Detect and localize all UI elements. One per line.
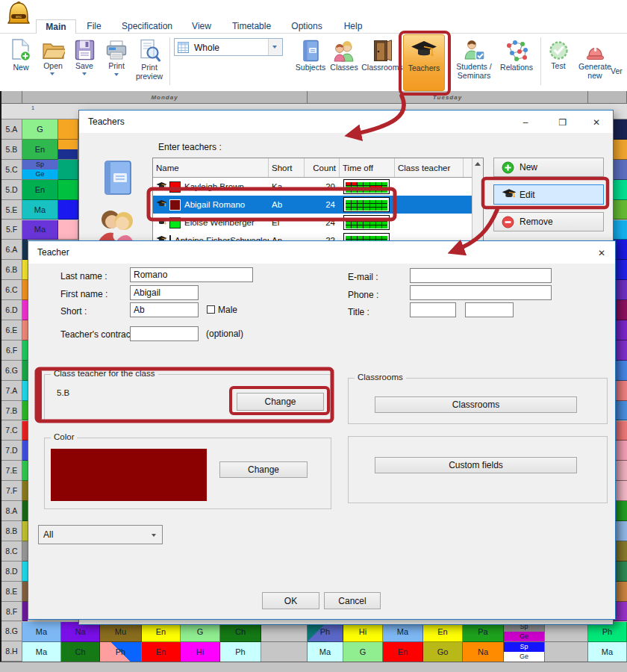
time-off-grid[interactable] (343, 179, 390, 194)
subjects-button[interactable]: Subjects (294, 40, 327, 72)
ok-button[interactable]: OK (262, 592, 319, 609)
teacher-row[interactable]: Kayleigh BrownKa20 (153, 178, 483, 196)
timetable-cell-fragment[interactable] (22, 401, 28, 421)
timetable-cell[interactable]: Ma (22, 622, 61, 642)
timetable-cell-fragment[interactable] (614, 220, 627, 240)
contract-input[interactable] (130, 326, 199, 341)
teachers-dialog-titlebar[interactable]: Teachers – ❒ ✕ (79, 111, 613, 133)
timetable-cell[interactable]: Ch (61, 642, 100, 662)
tab-timetable[interactable]: Timetable (224, 19, 279, 34)
timetable-cell[interactable]: Ma (588, 642, 627, 662)
timetable-cell-fragment[interactable] (22, 421, 28, 441)
classrooms-button[interactable]: Classrooms (375, 396, 577, 413)
test-button[interactable]: Test (544, 40, 573, 71)
timetable-cell[interactable]: SpGe (22, 160, 58, 180)
timetable-cell[interactable]: SpGe (504, 642, 545, 662)
close-button[interactable]: ✕ (587, 114, 606, 129)
timetable-row-label[interactable]: 6.G (1, 361, 22, 381)
timetable-cell[interactable] (58, 220, 78, 240)
edit-teacher-button[interactable]: Edit (493, 184, 604, 205)
column-header[interactable]: Short (269, 158, 305, 177)
timetable-cell-fragment[interactable] (22, 461, 28, 481)
timetable-cell[interactable] (58, 160, 78, 180)
view-selector-dropdown-button[interactable] (268, 39, 282, 55)
last-name-input[interactable] (130, 267, 253, 282)
timetable-row-label[interactable]: 5.A (1, 119, 22, 140)
remove-teacher-button[interactable]: Remove (493, 212, 604, 231)
email-input[interactable] (410, 268, 552, 283)
new-button[interactable]: New (6, 39, 36, 72)
timetable-cell-fragment[interactable] (22, 320, 28, 340)
timetable-cell[interactable]: Na (463, 642, 504, 662)
timetable-row-label[interactable]: 7.F (1, 481, 22, 501)
timetable-cell-fragment[interactable] (22, 340, 28, 361)
timetable-cell[interactable]: Ma (22, 200, 58, 220)
timetable-cell[interactable]: En (22, 140, 58, 160)
timetable-cell-fragment[interactable] (614, 140, 627, 160)
timetable-cell-fragment[interactable] (614, 180, 627, 200)
timetable-cell[interactable]: Ph (220, 642, 261, 662)
save-dropdown-caret-icon[interactable] (82, 72, 87, 75)
scroll-up-icon[interactable] (475, 162, 481, 166)
timetable-cell[interactable]: Ph (100, 642, 142, 662)
save-button[interactable]: Save (69, 40, 99, 71)
timetable-cell-fragment[interactable] (22, 260, 28, 280)
print-dropdown-caret-icon[interactable] (114, 73, 119, 76)
timetable-cell[interactable] (58, 119, 78, 140)
timetable-cell[interactable]: En (142, 642, 181, 662)
timetable-cell[interactable] (58, 200, 78, 220)
timetable-row-label[interactable]: 7.D (1, 441, 22, 461)
timetable-cell[interactable]: Ma (22, 220, 58, 240)
timetable-cell-fragment[interactable] (22, 541, 28, 561)
timetable-row-label[interactable]: 8.B (1, 521, 22, 541)
new-teacher-button[interactable]: New (493, 158, 604, 177)
timetable-cell-fragment[interactable] (614, 200, 627, 220)
phone-input[interactable] (410, 285, 552, 300)
column-header[interactable]: Class teacher (395, 158, 464, 177)
time-off-grid[interactable] (343, 215, 390, 230)
tab-help[interactable]: Help (334, 19, 372, 34)
filter-combo[interactable]: All (38, 525, 163, 544)
timetable-cell[interactable]: En (383, 642, 423, 662)
minimize-button[interactable]: – (516, 114, 535, 129)
tab-options[interactable]: Options (284, 19, 330, 34)
open-button[interactable]: Open (37, 40, 69, 71)
print-button[interactable]: Print (102, 40, 131, 71)
classes-button[interactable]: Classes (327, 40, 361, 72)
timetable-cell[interactable] (58, 180, 78, 200)
timetable-row-label[interactable]: 8.E (1, 582, 22, 602)
timetable-row-label[interactable]: 8.C (1, 541, 22, 561)
tab-view[interactable]: View (184, 19, 219, 34)
timetable-subcell[interactable]: Ge (504, 652, 544, 662)
teacher-row[interactable]: Abigail RomanoAb24 (153, 196, 483, 214)
maximize-button[interactable]: ❒ (553, 114, 573, 129)
teacher-row[interactable]: Eloise WeinbergerEl24 (153, 214, 483, 231)
title-suffix-input[interactable] (465, 302, 514, 317)
view-selector-combo[interactable]: Whole (174, 38, 283, 56)
timetable-cell-fragment[interactable] (22, 381, 28, 401)
timetable-row-label[interactable]: 7.B (1, 401, 22, 421)
short-input[interactable] (130, 302, 199, 317)
version-button[interactable]: Ver (611, 67, 627, 76)
timetable-cell[interactable]: Hi (181, 642, 220, 662)
timetable-cell[interactable]: Ma (308, 642, 343, 662)
timetable-cell-fragment[interactable] (22, 582, 28, 602)
male-checkbox[interactable] (207, 305, 215, 314)
column-header[interactable]: Count (305, 158, 340, 177)
time-off-grid[interactable] (343, 197, 390, 212)
timetable-row-label[interactable]: 8.A (1, 501, 22, 521)
timetable-row-label[interactable]: 7.C (1, 421, 22, 441)
timetable-cell-fragment[interactable] (22, 561, 28, 582)
timetable-subcell[interactable] (58, 149, 78, 159)
timetable-row-label[interactable]: 6.A (1, 240, 22, 260)
timetable-cell-fragment[interactable] (22, 280, 28, 300)
students-seminars-button[interactable]: Students / Seminars (451, 40, 497, 80)
column-header[interactable]: Name (153, 158, 269, 177)
timetable-cell[interactable]: En (22, 180, 58, 200)
timetable-row-label[interactable]: 5.B (1, 140, 22, 160)
timetable-subcell[interactable] (58, 140, 78, 149)
timetable-cell[interactable]: Ma (22, 642, 61, 662)
print-preview-button[interactable]: Print preview (132, 39, 166, 81)
table-scrollbar[interactable] (472, 158, 483, 249)
custom-fields-button[interactable]: Custom fields (375, 457, 577, 473)
